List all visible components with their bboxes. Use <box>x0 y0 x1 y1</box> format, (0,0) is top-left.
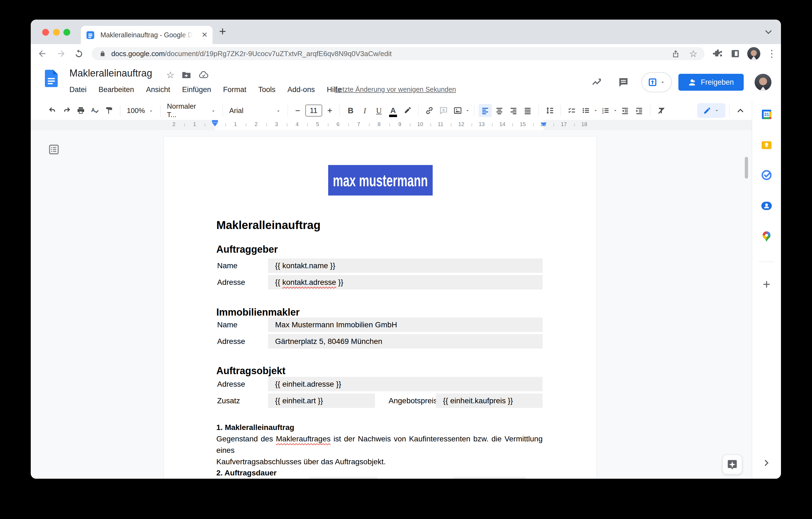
row-value-cell[interactable]: {{ einheit.kaufpreis }} <box>436 393 543 408</box>
google-keep-icon[interactable] <box>760 139 773 152</box>
row-value-cell[interactable]: Gärtnerplatz 5, 80469 München <box>268 334 543 349</box>
google-contacts-icon[interactable] <box>760 199 773 212</box>
bold-button[interactable]: B <box>344 104 357 117</box>
decrease-indent-icon[interactable] <box>618 104 632 117</box>
share-icon[interactable] <box>671 49 680 58</box>
last-edit-link[interactable]: Letzte Änderung vor wenigen Sekunden <box>335 85 456 93</box>
menu-item[interactable]: Datei <box>69 85 87 94</box>
zoom-select[interactable]: 100% <box>124 104 156 117</box>
url-omnibox[interactable]: docs.google.com/document/d/19pRg7ZK2r-9U… <box>92 47 704 60</box>
bulleted-list-icon[interactable] <box>579 104 592 117</box>
left-indent-marker[interactable] <box>212 122 218 126</box>
first-line-indent-marker[interactable] <box>212 120 218 122</box>
table-row[interactable]: Name {{ kontakt.name }} <box>216 258 543 273</box>
google-docs-icon[interactable] <box>45 70 58 87</box>
print-icon[interactable] <box>74 104 87 117</box>
clear-formatting-icon[interactable] <box>655 104 668 117</box>
font-size-value[interactable]: 11 <box>305 105 322 116</box>
menu-item[interactable]: Add-ons <box>287 85 315 94</box>
kebab-menu-icon[interactable]: ⋮ <box>767 49 777 58</box>
align-center-button[interactable] <box>493 104 506 117</box>
browser-tab[interactable]: Makleralleinauftrag - Google D ✕ <box>81 26 212 44</box>
zoom-window-button[interactable] <box>63 29 70 36</box>
paint-format-icon[interactable] <box>103 104 116 117</box>
row-value-cell[interactable]: {{ kontakt.name }} <box>268 258 543 273</box>
row-value-cell[interactable]: Max Mustermann Immobilien GmbH <box>268 318 543 332</box>
browser-profile-avatar[interactable] <box>747 47 760 60</box>
document-page[interactable]: max mustermann Makleralleinauftrag Auftr… <box>164 136 597 479</box>
forward-arrow-icon[interactable] <box>55 48 67 60</box>
new-tab-button[interactable]: + <box>219 25 226 38</box>
menu-item[interactable]: Tools <box>258 85 276 94</box>
checklist-icon[interactable] <box>565 104 578 117</box>
editing-mode-button[interactable] <box>697 103 725 118</box>
present-upload-button[interactable] <box>641 72 672 92</box>
paragraph-style-select[interactable]: Normaler T... <box>164 104 219 117</box>
account-avatar[interactable] <box>755 74 772 91</box>
chevron-down-icon[interactable] <box>612 108 618 113</box>
undo-icon[interactable] <box>46 104 59 117</box>
align-justify-button[interactable] <box>521 104 534 117</box>
chevron-down-icon[interactable] <box>593 108 599 113</box>
minimize-window-button[interactable] <box>53 29 60 36</box>
row-value-cell[interactable]: {{ einheit.art }} <box>268 393 375 408</box>
explore-button[interactable] <box>723 455 742 474</box>
extension-square-icon[interactable] <box>730 48 741 59</box>
bookmark-star-icon[interactable]: ☆ <box>689 49 697 58</box>
back-arrow-icon[interactable] <box>36 48 48 60</box>
align-left-button[interactable] <box>478 104 492 117</box>
table-row[interactable]: Zusatz {{ einheit.art }} Angebotspreis {… <box>216 393 543 408</box>
spell-check-icon[interactable]: A <box>88 104 102 117</box>
table-row[interactable]: Adresse Gärtnerplatz 5, 80469 München <box>216 334 543 349</box>
vertical-scrollbar[interactable] <box>745 157 748 179</box>
menu-item[interactable]: Ansicht <box>146 85 170 94</box>
chevron-down-icon[interactable] <box>465 108 470 113</box>
text-color-button[interactable]: A <box>387 104 400 117</box>
row-value-cell[interactable]: {{ einheit.adresse }} <box>268 377 543 391</box>
right-indent-marker[interactable] <box>541 122 547 126</box>
tab-strip-chevron-down-icon[interactable] <box>763 27 774 37</box>
star-icon[interactable]: ☆ <box>166 70 174 80</box>
ruler[interactable]: 21123456789101112131415161718 <box>31 120 752 130</box>
font-size-increase-button[interactable] <box>324 104 335 117</box>
share-button-label: Freigeben <box>701 78 734 87</box>
insert-image-icon[interactable] <box>451 104 464 117</box>
google-calendar-icon[interactable]: 31 <box>760 108 773 120</box>
tab-close-icon[interactable]: ✕ <box>201 31 208 39</box>
font-size-decrease-button[interactable] <box>292 104 303 117</box>
document-outline-icon[interactable] <box>48 144 60 155</box>
menu-item[interactable]: Bearbeiten <box>98 85 134 94</box>
activity-trend-icon[interactable] <box>591 76 603 88</box>
reload-icon[interactable] <box>73 48 85 60</box>
cloud-saved-icon[interactable] <box>198 70 209 80</box>
move-folder-icon[interactable] <box>181 70 191 80</box>
table-row[interactable]: Adresse {{ einheit.adresse }} <box>216 377 543 391</box>
table-row[interactable]: Adresse {{ kontakt.adresse }} <box>216 275 543 290</box>
document-title[interactable]: Makleralleinauftrag <box>69 67 152 79</box>
share-button[interactable]: Freigeben <box>678 74 744 91</box>
collapse-toolbar-icon[interactable] <box>734 104 747 117</box>
highlight-color-button[interactable] <box>401 104 414 117</box>
extensions-puzzle-icon[interactable] <box>713 48 723 59</box>
close-window-button[interactable] <box>42 29 49 36</box>
redo-icon[interactable] <box>60 104 73 117</box>
align-right-button[interactable] <box>507 104 520 117</box>
table-row[interactable]: Name Max Mustermann Immobilien GmbH <box>216 318 543 332</box>
panel-chevron-right-icon[interactable] <box>762 458 772 468</box>
menu-item[interactable]: Format <box>223 85 246 94</box>
row-value-cell[interactable]: {{ kontakt.adresse }} <box>268 275 543 290</box>
line-spacing-icon[interactable] <box>543 104 556 117</box>
italic-button[interactable]: I <box>358 104 372 117</box>
font-select[interactable]: Arial <box>227 104 284 117</box>
insert-link-icon[interactable] <box>423 104 436 117</box>
google-maps-icon[interactable] <box>760 230 773 243</box>
comments-icon[interactable] <box>617 76 630 88</box>
increase-indent-icon[interactable] <box>633 104 646 117</box>
document-canvas[interactable]: max mustermann Makleralleinauftrag Auftr… <box>31 130 752 479</box>
numbered-list-icon[interactable]: 123 <box>599 104 612 117</box>
underline-button[interactable]: U <box>373 104 385 117</box>
google-tasks-icon[interactable] <box>760 169 773 181</box>
add-comment-icon[interactable] <box>437 104 450 117</box>
add-addon-button[interactable]: + <box>763 277 771 292</box>
menu-item[interactable]: Einfügen <box>182 85 211 94</box>
